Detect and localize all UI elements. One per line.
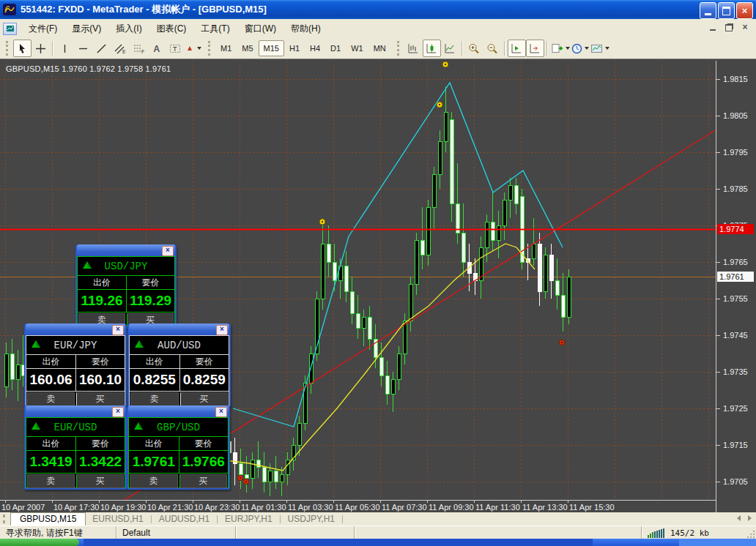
time-tick [99,501,100,503]
periods-button[interactable] [571,40,590,57]
menu-图表c[interactable]: 图表(C) [149,21,194,36]
menu-文件f[interactable]: 文件(F) [21,21,64,36]
start-button[interactable] [0,539,79,546]
child-close-button[interactable]: × [740,23,750,32]
tab-gbpusd-m15[interactable]: GBPUSD,M15 [10,512,86,526]
zoom-out-button[interactable] [483,40,502,57]
close-button[interactable]: × [736,2,753,19]
buy-button[interactable]: 买 [76,392,124,406]
quote-close-icon[interactable]: × [216,325,228,335]
auto-scroll-button[interactable] [508,40,526,57]
timeframe-m1-button[interactable]: M1 [215,40,237,56]
child-restore-button[interactable] [724,23,734,32]
timeframe-w1-button[interactable]: W1 [346,40,368,56]
menu-帮助h[interactable]: 帮助(H) [284,21,328,36]
quote-title-bar[interactable]: × [128,405,229,417]
traffic-counter: 145/2 kb [670,528,709,538]
line-chart-button[interactable] [441,40,459,57]
menu-显示v[interactable]: 显示(V) [64,21,108,36]
quote-title-bar[interactable]: × [26,324,125,335]
toolbar-separator [52,41,53,56]
timeframe-d1-button[interactable]: D1 [325,40,346,56]
buy-button[interactable]: 买 [180,392,229,406]
sell-button[interactable]: 卖 [27,474,75,488]
sell-button[interactable]: 卖 [27,392,75,406]
time-tick-label: 10 Apr 17:30 [53,503,99,512]
svg-text:F: F [141,49,144,54]
price-axis[interactable]: 1.98151.98051.97951.97851.97751.97651.97… [716,61,756,513]
sell-button[interactable]: 卖 [130,474,178,488]
crosshair-tool-button[interactable] [32,40,50,57]
quote-title-bar[interactable]: × [26,405,125,417]
status-profile[interactable]: Default [116,526,236,539]
indicators-button[interactable] [590,40,610,57]
timeframe-m15-button[interactable]: M15 [259,40,284,56]
quote-window-usdjpy[interactable]: × USD/JPY 出价 要价 119.26 119.29 卖 买 [75,244,177,329]
quote-close-icon[interactable]: × [112,325,124,335]
quote-pair-label: GBP/USD [157,422,200,433]
quote-close-icon[interactable]: × [112,407,124,417]
timeframe-h4-button[interactable]: H4 [305,40,325,56]
tab-scroll-left-icon[interactable] [737,515,741,521]
quote-window-audusd[interactable]: × AUD/USD 出价 要价 0.8255 0.8259 卖 买 [127,324,231,408]
hline-price-tag: 1.9774 [717,224,754,234]
quote-title-bar[interactable]: × [77,244,175,256]
toolbar-grip[interactable] [6,41,10,56]
toolbar-grip[interactable] [208,41,212,56]
candlestick-chart-button[interactable] [423,40,441,57]
zoom-in-button[interactable] [465,40,483,57]
buy-button[interactable]: 买 [76,474,124,488]
buy-button[interactable]: 买 [179,474,228,488]
bar-chart-button[interactable] [404,40,423,57]
time-tick-label: 11 Apr 01:30 [241,503,286,512]
quote-close-icon[interactable]: × [215,407,227,417]
tab-audusd-h1[interactable]: AUDUSD,H1 [152,513,216,525]
sell-button[interactable]: 卖 [130,392,179,406]
vertical-line-tool-button[interactable] [56,40,74,57]
status-help-text: 寻求帮助, 请按F1键 [0,526,116,539]
text-tool-button[interactable]: A [147,40,166,57]
text-label-tool-button[interactable]: T [166,40,184,57]
tab-eurjpy-h1[interactable]: EURJPY,H1 [218,513,278,525]
quote-window-eurusd[interactable]: × EUR/USD 出价 要价 1.3419 1.3422 卖 买 [24,405,127,490]
bid-header: 出价 [130,355,179,368]
chart-shift-button[interactable] [526,40,544,57]
status-cell-4 [355,526,642,539]
tabbar-grip[interactable] [3,515,7,523]
child-minimize-button[interactable] [708,23,718,32]
quote-window-gbpusd[interactable]: × GBP/USD 出价 要价 1.9761 1.9766 卖 买 [127,405,230,490]
time-tick [380,501,381,503]
time-tick-label: 11 Apr 13:30 [522,503,568,512]
arrows-tool-button[interactable] [184,40,202,57]
equidistant-channel-tool-button[interactable]: E [111,40,129,57]
cursor-tool-button[interactable] [13,40,32,57]
toolbar-grip[interactable] [397,41,401,56]
toolbar-separator [504,41,505,56]
svg-text:E: E [122,49,126,54]
trendline-tool-button[interactable] [92,40,111,57]
new-order-button[interactable] [550,40,571,57]
menu-工具t[interactable]: 工具(T) [193,21,237,36]
time-tick [474,501,475,503]
menu-窗口w[interactable]: 窗口(W) [237,21,284,36]
horizontal-line-tool-button[interactable] [74,40,92,57]
tab-usdjpy-h1[interactable]: USDJPY,H1 [281,513,341,525]
quote-title-bar[interactable]: × [129,324,229,335]
resize-grip[interactable] [746,529,756,539]
timeframe-mn-button[interactable]: MN [368,40,391,56]
quote-window-eurjpy[interactable]: × EUR/JPY 出价 要价 160.06 160.10 卖 买 [24,324,127,408]
quote-close-icon[interactable]: × [162,246,174,256]
chart-window-icon[interactable] [3,23,17,35]
fibonacci-tool-button[interactable]: F [129,40,147,57]
new-order-dropdown-caret [566,47,570,50]
minimize-button[interactable] [700,2,716,19]
timeframe-m5-button[interactable]: M5 [237,40,258,56]
maximize-button[interactable] [718,2,735,19]
timeframe-h1-button[interactable]: H1 [284,40,305,56]
tab-scroll-right-icon[interactable] [748,515,752,521]
chart-workspace: GBPUSD,M15 1.9760 1.9762 1.9758 1.9761 1… [0,59,756,513]
quote-logo-icon [133,422,144,433]
tab-eurusd-h1[interactable]: EURUSD,H1 [86,513,149,525]
menu-插入i[interactable]: 插入(I) [108,21,149,36]
taskbar-task-button[interactable] [84,539,593,546]
